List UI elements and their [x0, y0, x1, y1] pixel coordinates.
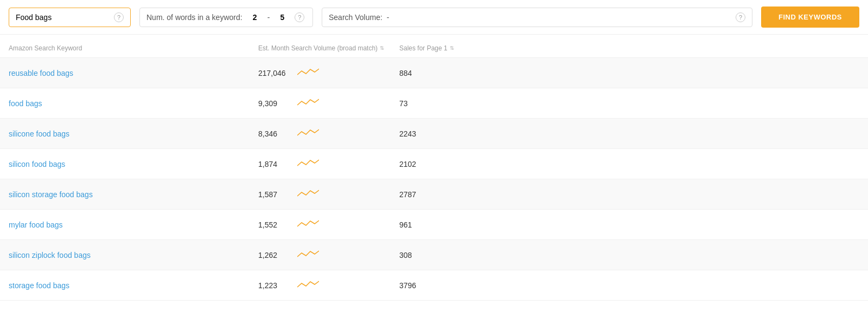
- search-volume-label: Search Volume:: [329, 13, 382, 22]
- volume-value: 1,874: [258, 160, 291, 168]
- sales-value: 308: [399, 251, 412, 259]
- volume-value: 1,587: [258, 190, 291, 199]
- trend-icon: [297, 218, 319, 231]
- keyword-link[interactable]: food bags: [9, 99, 42, 108]
- trend-icon: [297, 249, 319, 261]
- sales-value: 2243: [399, 129, 416, 138]
- table-body: reusable food bags 217,046 884 food bags…: [0, 58, 868, 301]
- search-volume-value: -: [387, 13, 731, 22]
- sales-value: 73: [399, 99, 408, 108]
- search-volume-group: Search Volume: - ?: [322, 8, 752, 27]
- keyword-link[interactable]: silicon storage food bags: [9, 190, 93, 199]
- num-words-help-icon[interactable]: ?: [295, 12, 304, 22]
- table-container: Amazon Search Keyword Est. Month Search …: [0, 35, 868, 305]
- trend-icon: [297, 279, 319, 291]
- volume-value: 1,262: [258, 251, 291, 259]
- volume-value: 1,223: [258, 281, 291, 290]
- find-keywords-button[interactable]: FIND KEYWORDS: [761, 7, 859, 28]
- trend-icon: [297, 127, 319, 140]
- sales-value: 884: [399, 69, 412, 77]
- sales-value: 2102: [399, 160, 416, 168]
- table-row: silicon food bags 1,874 2102: [0, 149, 868, 179]
- num-words-label: Num. of words in a keyword:: [146, 13, 242, 22]
- top-bar: ? Num. of words in a keyword: - ? Search…: [0, 0, 868, 35]
- table-row: reusable food bags 217,046 884: [0, 58, 868, 88]
- trend-icon: [297, 158, 319, 170]
- num-words-separator: -: [267, 13, 270, 22]
- trend-icon: [297, 97, 319, 109]
- keyword-link[interactable]: silicon ziplock food bags: [9, 251, 91, 259]
- table-row: mylar food bags 1,552 961: [0, 210, 868, 240]
- num-words-group: Num. of words in a keyword: - ?: [139, 8, 313, 27]
- sales-value: 2787: [399, 190, 416, 199]
- volume-value: 8,346: [258, 129, 291, 138]
- table-row: silicon ziplock food bags 1,262 308: [0, 240, 868, 270]
- keyword-link[interactable]: silicon food bags: [9, 160, 65, 168]
- col-header-keyword: Amazon Search Keyword: [9, 44, 258, 52]
- trend-icon: [297, 67, 319, 79]
- keyword-link[interactable]: reusable food bags: [9, 69, 73, 77]
- volume-value: 9,309: [258, 99, 291, 108]
- volume-sort-icon: ⇅: [380, 45, 384, 51]
- num-words-max[interactable]: [274, 13, 290, 22]
- col-header-volume[interactable]: Est. Month Search Volume (broad match) ⇅: [258, 44, 399, 52]
- keyword-input[interactable]: [16, 13, 111, 22]
- sales-sort-icon: ⇅: [450, 45, 454, 51]
- search-volume-help-icon[interactable]: ?: [736, 12, 745, 22]
- keyword-link[interactable]: storage food bags: [9, 281, 69, 290]
- num-words-min[interactable]: [247, 13, 263, 22]
- keyword-link[interactable]: mylar food bags: [9, 220, 63, 229]
- trend-icon: [297, 188, 319, 200]
- table-row: food bags 9,309 73: [0, 88, 868, 119]
- table-row: storage food bags 1,223 3796: [0, 270, 868, 301]
- sales-value: 961: [399, 220, 412, 229]
- col-header-sales[interactable]: Sales for Page 1 ⇅: [399, 44, 508, 52]
- table-row: silicone food bags 8,346 2243: [0, 119, 868, 149]
- table-header: Amazon Search Keyword Est. Month Search …: [0, 39, 868, 58]
- volume-value: 217,046: [258, 69, 291, 77]
- keyword-link[interactable]: silicone food bags: [9, 129, 69, 138]
- volume-value: 1,552: [258, 220, 291, 229]
- keyword-input-group: ?: [9, 8, 131, 27]
- sales-value: 3796: [399, 281, 416, 290]
- table-row: silicon storage food bags 1,587 2787: [0, 179, 868, 210]
- keyword-help-icon[interactable]: ?: [114, 12, 124, 22]
